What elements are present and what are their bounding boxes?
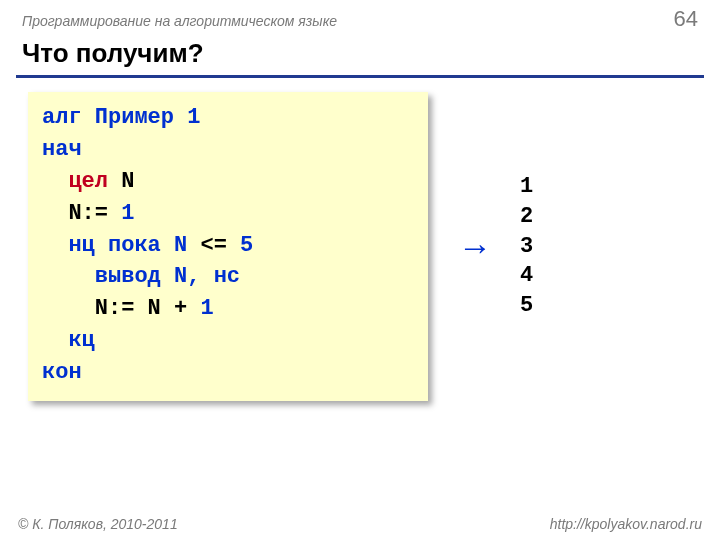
output-column: → 1 2 3 4 5 — [458, 172, 533, 320]
code-text: N — [108, 169, 134, 194]
code-text: N:= — [68, 201, 121, 226]
output-line: 3 — [520, 232, 533, 262]
code-line: кц — [42, 325, 414, 357]
code-line: кон — [42, 357, 414, 389]
course-name: Программирование на алгоритмическом язык… — [22, 13, 337, 29]
code-line: алг Пример 1 — [42, 102, 414, 134]
code-text: вывод N, нс — [95, 264, 240, 289]
code-line: N:= N + 1 — [42, 293, 414, 325]
arrow-right-icon: → — [458, 230, 492, 264]
header: Программирование на алгоритмическом язык… — [0, 0, 720, 34]
code-line: вывод N, нс — [42, 261, 414, 293]
content-area: алг Пример 1 нач цел N N:= 1 нц пока N <… — [0, 78, 720, 401]
code-text: нц пока N — [68, 233, 200, 258]
code-number: 5 — [240, 233, 253, 258]
slide-title: Что получим? — [0, 34, 720, 75]
code-line: нач — [42, 134, 414, 166]
footer: © К. Поляков, 2010-2011 http://kpolyakov… — [0, 516, 720, 532]
footer-url: http://kpolyakov.narod.ru — [550, 516, 702, 532]
code-line: N:= 1 — [42, 198, 414, 230]
copyright: © К. Поляков, 2010-2011 — [18, 516, 178, 532]
code-line: цел N — [42, 166, 414, 198]
code-number: 1 — [121, 201, 134, 226]
alg-name: Пример 1 — [82, 105, 201, 130]
output-line: 2 — [520, 202, 533, 232]
keyword-alg: алг — [42, 105, 82, 130]
page-number: 64 — [674, 6, 698, 32]
output-line: 4 — [520, 261, 533, 291]
code-box: алг Пример 1 нач цел N N:= 1 нц пока N <… — [28, 92, 428, 401]
output-line: 5 — [520, 291, 533, 321]
code-text: кц — [68, 328, 94, 353]
keyword-type: цел — [68, 169, 108, 194]
output-line: 1 — [520, 172, 533, 202]
code-line: нц пока N <= 5 — [42, 230, 414, 262]
program-output: 1 2 3 4 5 — [520, 172, 533, 320]
code-op: <= — [200, 233, 226, 258]
code-text: N:= N — [95, 296, 161, 321]
code-number: 1 — [200, 296, 213, 321]
